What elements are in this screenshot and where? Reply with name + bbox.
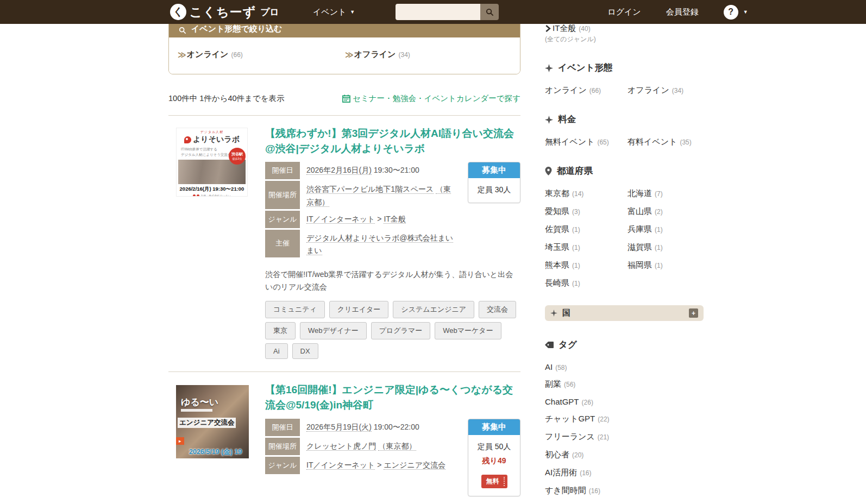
sidebar-item-offline[interactable]: オフライン(34) <box>627 85 704 96</box>
chevron-down-icon: ▼ <box>350 9 355 15</box>
event-date-link[interactable]: 2026年2月16日(月) <box>306 166 372 175</box>
event-thumbnail[interactable]: ゆる〜い エンジニア交流会 ▸ 2026/5/19 (金) 19 <box>176 382 249 504</box>
detail-label: 開催日 <box>265 419 300 436</box>
event-tags: コミュニティ クリエイター システムエンジニア 交流会 東京 Webデザイナー … <box>265 301 520 359</box>
thumb-tab: ▸ <box>176 437 184 445</box>
thumb-date: 2026/2/16(月) 19:30〜21:00 <box>177 186 247 193</box>
sidebar-item-online[interactable]: オンライン(66) <box>545 85 627 96</box>
sidebar-tag-link[interactable]: フリーランス(21) <box>545 432 704 442</box>
sidebar-current-genre-link[interactable]: IT全般 (40) <box>545 23 704 34</box>
event-time: 19:00〜22:00 <box>374 423 419 431</box>
event-date-link[interactable]: 2026年5月19日(火) <box>306 423 372 432</box>
genre-parent-link[interactable]: IT／インターネット <box>306 215 375 224</box>
sidebar-tag-link[interactable]: チャットGPT(22) <box>545 414 704 424</box>
tag-chip[interactable]: 交流会 <box>479 301 516 318</box>
calendar-search-link[interactable]: セミナー・勉強会・イベントカレンダーで探す <box>342 93 520 104</box>
all-genres-link[interactable]: (全てのジャンル) <box>545 35 596 43</box>
event-place-link[interactable]: 渋谷宮下パークビル地下1階スペース <box>306 185 434 194</box>
sidebar-tag-link[interactable]: ChatGPT(26) <box>545 397 704 406</box>
tag-chip[interactable]: DX <box>292 343 318 359</box>
event-details: 開催日 2026年2月16日(月) 19:30〜21:00 開催場所 渋谷宮下パ… <box>265 162 456 259</box>
genre-separator: > <box>377 461 381 469</box>
sidebar-item-prefecture[interactable]: 佐賀県(1) <box>545 224 627 235</box>
help-menu[interactable]: ? ▼ <box>724 5 748 20</box>
tag-chip[interactable]: Ai <box>265 343 288 359</box>
country-collapsible-bar[interactable]: 国 + <box>545 305 704 321</box>
event-thumbnail[interactable]: デジタル人材 よりそいラボ IT/Web業界で活躍する デジタル人材によりそう交… <box>176 126 249 359</box>
detail-label: ジャンル <box>265 211 300 228</box>
genre-label: IT全般 <box>553 23 576 34</box>
sidebar-item-prefecture[interactable]: 福岡県(1) <box>627 260 704 270</box>
event-title-link[interactable]: 【残席わずか!】第3回デジタル人材AI語り合い交流会@渋谷|デジタル人材よりそい… <box>265 126 520 156</box>
help-icon: ? <box>724 5 738 20</box>
sidebar-tag-link[interactable]: すき間時間(16) <box>545 486 704 496</box>
detail-row-place: 開催場所 渋谷宮下パークビル地下1階スペース （東京都） <box>265 181 456 209</box>
genre-child-link[interactable]: IT全般 <box>384 215 405 224</box>
search-button[interactable] <box>480 4 499 20</box>
sidebar-item-free-events[interactable]: 無料イベント(65) <box>545 137 627 147</box>
filter-box-body: ≫ オンライン (66) ≫ オフライン (34) <box>169 37 520 74</box>
header-right: ログイン 会員登録 ? ▼ <box>607 5 748 20</box>
tag-chip[interactable]: システムエンジニア <box>393 301 474 318</box>
sidebar-tag-link[interactable]: AI活用術(16) <box>545 468 704 478</box>
sidebar-item-prefecture[interactable]: 富山県(2) <box>627 206 704 217</box>
nav-events-label: イベント <box>313 7 346 17</box>
register-link[interactable]: 会員登録 <box>666 7 699 17</box>
sidebar-item-prefecture[interactable]: 北海道(7) <box>627 188 704 199</box>
thumb-date: 2026/5/19 (金) 19 <box>189 448 242 457</box>
capacity-text: 定員 30人 <box>472 185 517 195</box>
organizer-link[interactable]: デジタル人材よりそいラボ@株式会社まいまい <box>306 234 453 256</box>
event-thumbnail-image: デジタル人材 よりそいラボ IT/Web業界で活躍する デジタル人材によりそう交… <box>176 128 248 197</box>
tag-chip[interactable]: クリエイター <box>329 301 389 318</box>
sidebar-item-prefecture[interactable]: 熊本県(1) <box>545 260 627 270</box>
sidebar-item-prefecture[interactable]: 兵庫県(1) <box>627 224 704 235</box>
page-body: イベント形態で絞り込む ≫ オンライン (66) ≫ オフライン (34) 10… <box>0 12 866 504</box>
sidebar-item-prefecture[interactable]: 愛知県(3) <box>545 206 627 217</box>
search-input[interactable] <box>396 4 480 20</box>
login-link[interactable]: ログイン <box>607 7 641 17</box>
detail-label: ジャンル <box>265 457 300 474</box>
event-place-link[interactable]: クレッセント虎ノ門 <box>306 442 376 451</box>
sidebar-item-paid-events[interactable]: 有料イベント(35) <box>627 137 704 147</box>
event-title-link[interactable]: 【第16回開催!】エンジニア限定|ゆる〜くつながる交流会@5/19(金)in神谷… <box>265 382 520 412</box>
event-description: 渋谷で開催!IT/web業界で活躍するデジタル人材が集う、語り合いと出会いのリア… <box>265 268 520 293</box>
genre-separator: > <box>377 215 381 223</box>
filter-option-label: オフライン <box>354 49 396 60</box>
detail-row-place: 開催場所 クレッセント虎ノ門 （東京都） <box>265 438 456 455</box>
thumb-line1: ゆる〜い <box>181 396 218 408</box>
filter-option-label: オンライン <box>187 49 229 60</box>
genre-child-link[interactable]: エンジニア交流会 <box>384 461 445 470</box>
nav-events-menu[interactable]: イベント ▼ <box>313 7 355 17</box>
detail-label: 開催日 <box>265 162 300 179</box>
tag-chip[interactable]: コミュニティ <box>265 301 325 318</box>
chevron-right-icon <box>545 25 551 32</box>
sidebar-tag-link[interactable]: AI(58) <box>545 362 704 371</box>
tag-chip[interactable]: Webマーケター <box>435 322 501 339</box>
remaining-text: 残り49 <box>472 456 517 466</box>
event-time: 19:30〜21:00 <box>374 166 419 174</box>
app-header: く こくちーず プロ イベント ▼ ログイン 会員登録 ? ▼ <box>0 0 866 24</box>
genre-parent-link[interactable]: IT／インターネット <box>306 461 375 470</box>
event-region-link[interactable]: （東京都） <box>378 442 416 451</box>
sidebar-tag-link[interactable]: 副業(56) <box>545 379 704 389</box>
tag-chip[interactable]: Webデザイナー <box>300 322 367 339</box>
thumb-footer: 主催：株式会社まいまい <box>177 194 247 197</box>
sidebar-tag-link[interactable]: 初心者(20) <box>545 450 704 460</box>
status-badge: 募集中 <box>468 162 520 178</box>
filter-offline-link[interactable]: ≫ オフライン (34) <box>345 49 512 60</box>
sidebar-item-prefecture[interactable]: 東京都(14) <box>545 188 627 199</box>
filter-option-count: (34) <box>398 51 410 59</box>
tag-chip[interactable]: プログラマー <box>371 322 431 339</box>
tag-chip[interactable]: 東京 <box>265 322 296 339</box>
section-title: 都道府県 <box>557 165 593 177</box>
event-card: ゆる〜い エンジニア交流会 ▸ 2026/5/19 (金) 19 【第16回開催… <box>168 372 520 504</box>
filter-online-link[interactable]: ≫ オンライン (66) <box>178 49 345 60</box>
sidebar-section-event-type: イベント形態 オンライン(66) オフライン(34) <box>545 62 704 96</box>
sidebar-item-prefecture[interactable]: 埼玉県(1) <box>545 242 627 253</box>
thumb-brand: よりそいラボ <box>193 135 240 144</box>
sidebar-item-prefecture[interactable]: 長崎県(1) <box>545 278 627 288</box>
expand-button[interactable]: + <box>689 308 698 318</box>
sidebar-item-prefecture[interactable]: 滋賀県(1) <box>627 242 704 253</box>
section-title: 料金 <box>558 114 576 125</box>
logo[interactable]: く こくちーず プロ <box>170 4 279 21</box>
